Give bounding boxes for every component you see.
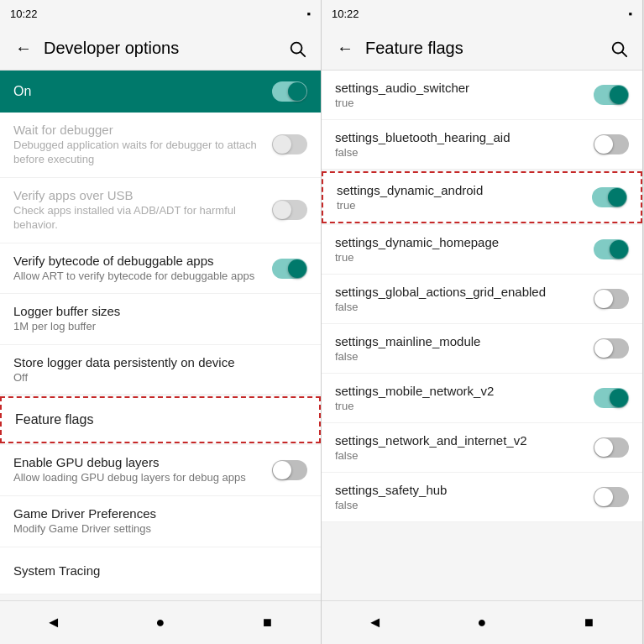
flag-text-settings_safety_hub: settings_safety_hubfalse [335, 483, 594, 511]
flag-item-settings_dynamic_homepage[interactable]: settings_dynamic_homepagetrue [322, 225, 642, 275]
flag-text-settings_mainline_module: settings_mainline_modulefalse [335, 334, 594, 363]
setting-logger-buffer-desc: 1M per log buffer [13, 320, 299, 334]
right-nav-back[interactable]: ◄ [359, 606, 392, 640]
setting-wait-debugger-toggle[interactable] [272, 134, 307, 154]
flag-item-settings_mainline_module[interactable]: settings_mainline_modulefalse [322, 324, 642, 374]
left-search-button[interactable] [280, 32, 314, 65]
right-nav-home[interactable]: ● [465, 606, 499, 640]
flag-text-settings_audio_switcher: settings_audio_switchertrue [335, 81, 594, 109]
left-nav-back[interactable]: ◄ [37, 606, 71, 640]
setting-verify-usb-toggle[interactable] [272, 200, 307, 220]
on-banner[interactable]: On [0, 71, 321, 113]
setting-game-driver-text: Game Driver Preferences Modify Game Driv… [13, 506, 307, 537]
setting-verify-usb-title: Verify apps over USB [13, 188, 264, 202]
right-top-bar: ← Feature flags [322, 27, 642, 71]
flag-text-settings_global_actions_grid_enabled: settings_global_actions_grid_enabledfals… [335, 285, 594, 313]
right-page-title: Feature flags [362, 39, 602, 58]
setting-gpu-debug-desc: Allow loading GPU debug layers for debug… [13, 471, 264, 485]
flag-value-settings_mobile_network_v2: true [335, 400, 585, 412]
setting-system-tracing-title: System Tracing [13, 563, 299, 578]
left-battery-icon: ▪ [306, 8, 311, 20]
setting-verify-bytecode-toggle[interactable] [272, 259, 307, 279]
setting-game-driver-desc: Modify Game Driver settings [13, 522, 299, 537]
setting-gpu-debug-toggle[interactable] [272, 460, 307, 480]
left-status-bar: 10:22 ▪ [0, 0, 321, 27]
flag-toggle-settings_dynamic_android[interactable] [592, 187, 627, 207]
flag-item-settings_dynamic_android[interactable]: settings_dynamic_androidtrue [322, 171, 642, 223]
flag-toggle-settings_network_and_internet_v2[interactable] [594, 437, 629, 458]
left-nav-home[interactable]: ● [144, 606, 177, 640]
flag-name-settings_dynamic_homepage: settings_dynamic_homepage [335, 235, 585, 249]
flag-name-settings_global_actions_grid_enabled: settings_global_actions_grid_enabled [335, 285, 585, 299]
setting-logger-buffer-title: Logger buffer sizes [13, 304, 299, 318]
flag-name-settings_dynamic_android: settings_dynamic_android [337, 183, 584, 197]
flag-item-settings_audio_switcher[interactable]: settings_audio_switchertrue [322, 71, 642, 120]
flag-toggle-knob-settings_bluetooth_hearing_aid [594, 135, 613, 154]
flag-toggle-knob-settings_mainline_module [594, 339, 613, 358]
flag-item-settings_safety_hub[interactable]: settings_safety_hubfalse [322, 473, 642, 522]
feature-flags-label: Feature flags [15, 412, 93, 427]
flag-value-settings_audio_switcher: true [335, 97, 585, 109]
right-battery-icon: ▪ [628, 8, 632, 20]
flag-item-settings_global_actions_grid_enabled[interactable]: settings_global_actions_grid_enabledfals… [322, 275, 642, 324]
flag-toggle-knob-settings_audio_switcher [610, 86, 628, 104]
right-status-bar: 10:22 ▪ [322, 0, 642, 27]
left-content: Wait for debugger Debugged application w… [0, 113, 321, 600]
flag-name-settings_mainline_module: settings_mainline_module [335, 334, 585, 348]
flag-toggle-settings_audio_switcher[interactable] [594, 85, 629, 105]
flag-name-settings_network_and_internet_v2: settings_network_and_internet_v2 [335, 433, 585, 448]
flag-toggle-settings_bluetooth_hearing_aid[interactable] [594, 134, 629, 154]
setting-verify-usb-text: Verify apps over USB Check apps installe… [13, 188, 272, 233]
flag-toggle-settings_dynamic_homepage[interactable] [594, 239, 629, 259]
flag-text-settings_network_and_internet_v2: settings_network_and_internet_v2false [335, 433, 594, 462]
right-search-button[interactable] [602, 32, 636, 65]
setting-verify-bytecode[interactable]: Verify bytecode of debuggable apps Allow… [0, 243, 321, 295]
left-back-button[interactable]: ← [7, 32, 40, 65]
flag-text-settings_dynamic_homepage: settings_dynamic_homepagetrue [335, 235, 594, 264]
feature-flags-item[interactable]: Feature flags [0, 396, 321, 443]
setting-gpu-debug[interactable]: Enable GPU debug layers Allow loading GP… [0, 445, 321, 496]
setting-wait-debugger-desc: Debugged application waits for debugger … [13, 139, 264, 167]
flag-toggle-settings_mainline_module[interactable] [594, 338, 629, 359]
right-status-time: 10:22 [332, 8, 359, 20]
setting-wait-debugger[interactable]: Wait for debugger Debugged application w… [0, 113, 321, 178]
setting-store-logger-text: Store logger data persistently on device… [13, 355, 307, 384]
flag-name-settings_bluetooth_hearing_aid: settings_bluetooth_hearing_aid [335, 130, 585, 144]
svg-line-1 [301, 52, 305, 56]
setting-game-driver[interactable]: Game Driver Preferences Modify Game Driv… [0, 496, 321, 547]
flag-item-settings_network_and_internet_v2[interactable]: settings_network_and_internet_v2false [322, 423, 642, 473]
left-page-title: Developer options [40, 39, 280, 58]
flag-text-settings_bluetooth_hearing_aid: settings_bluetooth_hearing_aidfalse [335, 130, 594, 159]
flag-toggle-knob-settings_safety_hub [594, 488, 613, 506]
right-nav-recents[interactable]: ■ [572, 606, 605, 640]
flag-toggle-settings_mobile_network_v2[interactable] [594, 388, 629, 408]
left-nav-recents[interactable]: ■ [250, 606, 284, 640]
right-nav-bar: ◄ ● ■ [322, 600, 642, 644]
flag-name-settings_mobile_network_v2: settings_mobile_network_v2 [335, 384, 585, 398]
flag-value-settings_dynamic_homepage: true [335, 251, 585, 264]
flag-toggle-knob-settings_dynamic_android [608, 188, 626, 207]
left-panel: 10:22 ▪ ← Developer options On Wait for … [0, 0, 322, 644]
setting-verify-usb-desc: Check apps installed via ADB/ADT for har… [13, 204, 264, 233]
svg-line-3 [622, 52, 626, 56]
flag-value-settings_bluetooth_hearing_aid: false [335, 146, 585, 159]
flag-value-settings_dynamic_android: true [337, 199, 584, 212]
flag-item-settings_bluetooth_hearing_aid[interactable]: settings_bluetooth_hearing_aidfalse [322, 120, 642, 170]
flag-name-settings_audio_switcher: settings_audio_switcher [335, 81, 585, 95]
setting-system-tracing[interactable]: System Tracing [0, 547, 321, 594]
flag-toggle-settings_global_actions_grid_enabled[interactable] [594, 289, 629, 309]
setting-logger-buffer[interactable]: Logger buffer sizes 1M per log buffer [0, 294, 321, 345]
flag-toggle-knob-settings_dynamic_homepage [610, 240, 628, 259]
setting-store-logger-value: Off [13, 371, 299, 384]
flag-toggle-knob-settings_network_and_internet_v2 [594, 438, 613, 457]
flag-item-settings_mobile_network_v2[interactable]: settings_mobile_network_v2true [322, 374, 642, 423]
setting-verify-usb[interactable]: Verify apps over USB Check apps installe… [0, 178, 321, 243]
master-toggle[interactable] [272, 81, 307, 102]
right-back-button[interactable]: ← [328, 32, 362, 65]
setting-system-tracing-text: System Tracing [13, 563, 307, 578]
setting-store-logger[interactable]: Store logger data persistently on device… [0, 345, 321, 395]
flag-name-settings_safety_hub: settings_safety_hub [335, 483, 585, 497]
flag-toggle-settings_safety_hub[interactable] [594, 487, 629, 507]
setting-logger-buffer-text: Logger buffer sizes 1M per log buffer [13, 304, 307, 334]
flag-value-settings_network_and_internet_v2: false [335, 449, 585, 462]
